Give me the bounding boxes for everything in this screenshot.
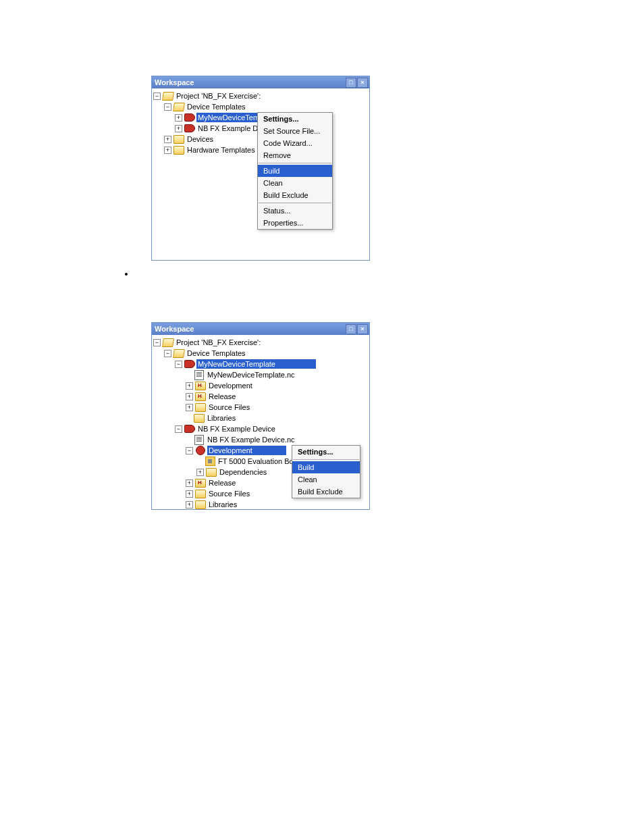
tree-row-release[interactable]: + Release: [153, 391, 368, 402]
red-tag-icon: [184, 124, 195, 133]
toggle-icon[interactable]: −: [186, 447, 193, 454]
titlebar-title: Workspace: [155, 325, 194, 333]
tree-area-1: − Project 'NB_FX Exercise': − Device Tem…: [152, 88, 369, 260]
tree-label: Development: [207, 381, 254, 390]
tree-label: Device Templates: [186, 102, 247, 111]
minimize-button[interactable]: □: [346, 324, 356, 334]
toggle-icon[interactable]: +: [186, 404, 193, 411]
toggle-icon[interactable]: +: [175, 114, 182, 122]
menu-item-set-source[interactable]: Set Source File...: [258, 125, 332, 137]
menu-item-build[interactable]: Build: [292, 461, 360, 473]
tree-label: Hardware Templates: [186, 145, 257, 155]
tree-row-project[interactable]: − Project 'NB_FX Exercise':: [153, 337, 368, 348]
toggle-icon[interactable]: −: [175, 425, 182, 433]
folder-h-icon: [195, 392, 206, 401]
tree-label: NB FX Example Device.nc: [206, 435, 296, 444]
menu-item-code-wizard[interactable]: Code Wizard...: [258, 137, 332, 149]
context-menu-1: Settings... Set Source File... Code Wiza…: [257, 112, 333, 230]
tree-row-device-templates[interactable]: − Device Templates: [153, 101, 368, 112]
toggle-icon[interactable]: −: [153, 93, 161, 100]
tree-label: Development: [207, 446, 286, 455]
tree-area-2: − Project 'NB_FX Exercise': − Device Tem…: [152, 335, 369, 509]
tree-label: Source Files: [207, 402, 251, 412]
tree-label: Dependencies: [218, 467, 268, 477]
toggle-icon[interactable]: −: [175, 361, 182, 368]
board-icon: [205, 457, 215, 466]
toggle-icon[interactable]: +: [196, 469, 204, 476]
tree-label: Project 'NB_FX Exercise':: [175, 91, 262, 101]
menu-item-settings[interactable]: Settings...: [292, 446, 360, 458]
titlebar-title: Workspace: [155, 78, 194, 86]
tree-row-project[interactable]: − Project 'NB_FX Exercise':: [153, 90, 368, 101]
tree-label: Source Files: [207, 489, 251, 498]
toggle-icon[interactable]: +: [175, 125, 182, 132]
tree-row-mynew-nc[interactable]: MyNewDeviceTemplate.nc: [153, 369, 368, 380]
folder-closed-icon: [194, 413, 205, 423]
folder-closed-icon: [195, 402, 206, 412]
bullet-list: .: [135, 268, 138, 279]
folder-h-icon: [195, 478, 206, 488]
workspace-panel-2: Workspace □ × − Project 'NB_FX Exercise'…: [151, 322, 370, 510]
red-tag-icon: [184, 113, 195, 122]
titlebar-1: Workspace □ ×: [152, 76, 369, 88]
toggle-icon[interactable]: +: [164, 136, 171, 143]
menu-item-build-exclude[interactable]: Build Exclude: [258, 189, 332, 201]
folder-open-icon: [163, 91, 173, 101]
folder-closed-icon: [206, 467, 217, 477]
close-button[interactable]: ×: [357, 324, 368, 334]
toggle-icon[interactable]: −: [153, 339, 161, 346]
tree-label: Release: [207, 392, 237, 401]
tree-row-device-templates[interactable]: − Device Templates: [153, 348, 368, 359]
folder-open-icon: [163, 338, 173, 347]
menu-item-build-exclude[interactable]: Build Exclude: [292, 486, 360, 498]
toggle-icon[interactable]: +: [186, 501, 193, 509]
titlebar-buttons: □ ×: [346, 324, 368, 334]
toggle-icon[interactable]: −: [164, 103, 171, 111]
titlebar-2: Workspace □ ×: [152, 323, 369, 335]
tree-label: Libraries: [207, 500, 238, 509]
toggle-icon[interactable]: +: [186, 382, 193, 390]
tree-label: Device Templates: [186, 348, 247, 358]
minimize-button[interactable]: □: [346, 78, 356, 88]
menu-item-status[interactable]: Status...: [258, 205, 332, 217]
menu-separator: [259, 163, 331, 163]
toggle-icon[interactable]: −: [164, 350, 171, 357]
menu-item-clean[interactable]: Clean: [292, 473, 360, 486]
toggle-icon[interactable]: +: [186, 490, 193, 498]
menu-item-settings[interactable]: Settings...: [258, 113, 332, 125]
tree-label: Devices: [186, 134, 215, 144]
folder-h-icon: [195, 381, 206, 390]
tree-row-nbfx-nc[interactable]: NB FX Example Device.nc: [153, 434, 368, 445]
tree-label: Release: [207, 478, 237, 488]
toggle-icon[interactable]: +: [186, 479, 193, 487]
bullet-item: .: [135, 268, 138, 279]
menu-separator: [293, 459, 359, 460]
tree-row-mynewdevice[interactable]: − MyNewDeviceTemplate: [153, 359, 368, 369]
workspace-panel-1: Workspace □ × − Project 'NB_FX Exercise'…: [151, 76, 370, 261]
close-button[interactable]: ×: [357, 78, 368, 88]
tree-label: MyNewDeviceTemplate: [196, 359, 316, 369]
context-menu-2: Settings... Build Clean Build Exclude: [292, 445, 360, 498]
menu-item-properties[interactable]: Properties...: [258, 217, 332, 229]
tree-label: Project 'NB_FX Exercise':: [175, 338, 262, 347]
menu-item-clean[interactable]: Clean: [258, 177, 332, 189]
red-tag-icon: [184, 359, 195, 369]
tree-row-nbfx[interactable]: − NB FX Example Device: [153, 423, 368, 434]
menu-item-build[interactable]: Build: [258, 165, 332, 177]
red-circle-icon: [195, 446, 206, 455]
folder-closed-icon: [173, 145, 184, 155]
menu-separator: [259, 203, 331, 203]
folder-closed-icon: [173, 134, 184, 144]
titlebar-buttons: □ ×: [346, 78, 368, 88]
tree-row-nbfx-libs[interactable]: + Libraries: [153, 499, 368, 509]
tree-label: MyNewDeviceTemplate.nc: [206, 370, 296, 380]
tree-row-source-files[interactable]: + Source Files: [153, 402, 368, 413]
toggle-icon[interactable]: +: [186, 393, 193, 400]
tree-row-development[interactable]: + Development: [153, 380, 368, 391]
tree-row-libraries[interactable]: Libraries: [153, 413, 368, 423]
folder-open-icon: [173, 348, 184, 358]
menu-item-remove[interactable]: Remove: [258, 149, 332, 161]
toggle-icon[interactable]: +: [164, 147, 171, 154]
file-icon: [194, 370, 205, 380]
folder-closed-icon: [195, 500, 206, 509]
